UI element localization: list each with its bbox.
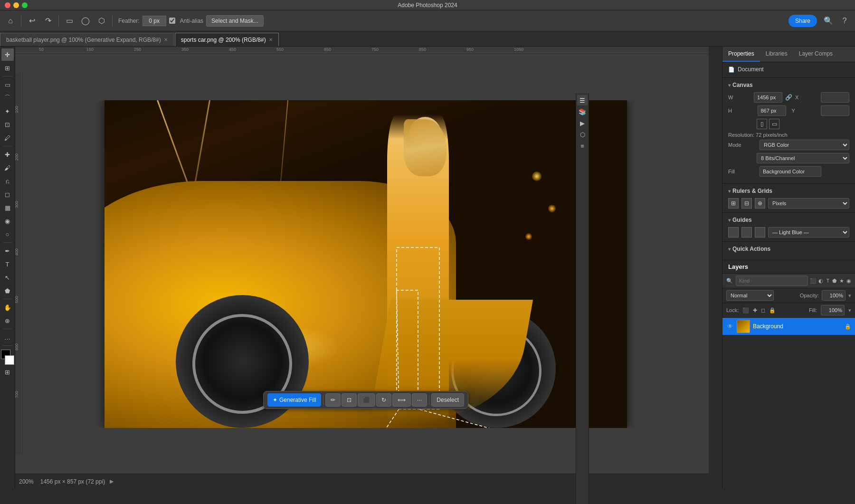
path-selection-tool[interactable]: ↖ (1, 271, 14, 284)
height-input[interactable] (758, 105, 786, 116)
transform-mode-button[interactable]: ⊡ (342, 393, 357, 407)
mode-select[interactable]: RGB Color CMYK Grayscale (760, 140, 849, 150)
canvas-container[interactable]: ✦ Generative Fill ✏ ⊡ ⬛ ↻ ⟺ ··· Deselect (23, 100, 709, 428)
guide-color-select[interactable]: — Light Blue — (768, 227, 849, 238)
pen-tool[interactable]: ✒ (1, 245, 14, 257)
libraries-icon[interactable]: 📚 (577, 106, 588, 117)
layers-search-input[interactable] (736, 276, 808, 286)
channels-icon[interactable]: ≡ (577, 141, 588, 151)
lasso-tool[interactable]: ⌒ (1, 92, 14, 104)
type-tool[interactable]: T (1, 258, 14, 270)
lock-position-icon[interactable]: ✚ (753, 307, 757, 314)
brush-tool[interactable]: 🖌 (1, 162, 14, 174)
guides-section-header[interactable]: ▾ Guides (728, 217, 849, 223)
units-select[interactable]: Pixels Inches cm (768, 198, 849, 209)
guide-icon-2[interactable] (741, 227, 752, 238)
adjustments-icon[interactable]: ⬡ (577, 129, 588, 140)
more-options-button[interactable]: ··· (412, 393, 427, 407)
ellipse-marquee-icon[interactable]: ◯ (79, 14, 92, 28)
y-input[interactable] (821, 105, 849, 116)
generative-fill-button[interactable]: ✦ Generative Fill (267, 393, 321, 407)
eyedropper-tool[interactable]: 🖊 (1, 132, 14, 144)
close-button[interactable] (5, 2, 10, 8)
background-color[interactable] (5, 355, 14, 365)
rect-marquee-icon[interactable]: ▭ (63, 14, 76, 28)
pixel-filter-icon[interactable]: ⬛ (810, 276, 817, 285)
canvas-area[interactable]: 100 200 300 400 500 600 700 (15, 54, 709, 474)
blend-mode-select[interactable]: Normal Multiply Screen Overlay (726, 290, 774, 301)
select-mask-button[interactable]: Select and Mask... (206, 15, 264, 27)
smart-filter-icon[interactable]: ★ (839, 276, 845, 285)
feather-input[interactable] (142, 16, 166, 26)
tab-basketball[interactable]: basketball player.png @ 100% (Generative… (0, 33, 174, 46)
deselect-button[interactable]: Deselect (431, 393, 464, 407)
artboard-tool[interactable]: ⊞ (1, 62, 14, 74)
properties-icon[interactable]: ☰ (577, 95, 588, 105)
blur-tool[interactable]: ◉ (1, 215, 14, 227)
ruler-grid-icon-3[interactable]: ⊕ (755, 198, 765, 209)
history-icon[interactable]: ↷ (41, 14, 55, 28)
hand-tool[interactable]: ✋ (1, 301, 14, 314)
help-icon[interactable]: ? (838, 14, 851, 28)
shape-tool[interactable]: ⬟ (1, 285, 14, 297)
maximize-button[interactable] (22, 2, 28, 8)
more-tools[interactable]: … (1, 331, 14, 343)
type-filter-icon[interactable]: T (826, 276, 831, 285)
lock-pixels-icon[interactable]: ⬛ (742, 307, 749, 314)
lock-all-icon[interactable]: 🔒 (769, 307, 776, 314)
shape-filter-icon[interactable]: ⬟ (832, 276, 837, 285)
minimize-button[interactable] (13, 2, 19, 8)
toggle-filter-icon[interactable]: ◉ (846, 276, 851, 285)
zoom-tool[interactable]: ⊕ (1, 314, 14, 327)
mask-mode-button[interactable]: ⬛ (358, 393, 375, 407)
crop-tool[interactable]: ⊡ (1, 118, 14, 131)
stamp-tool[interactable]: ⎌ (1, 175, 14, 187)
opacity-input[interactable] (822, 290, 846, 301)
navigation-arrow[interactable]: ▶ (110, 478, 114, 485)
edit-toolbar-icon[interactable]: ⊞ (1, 366, 14, 378)
tab-basketball-close[interactable]: ✕ (164, 37, 168, 42)
layer-item-background[interactable]: 👁 Background 🔒 (722, 318, 855, 335)
share-button[interactable]: Share (788, 15, 817, 27)
lasso-icon[interactable]: ⬡ (95, 14, 108, 28)
anti-alias-checkbox[interactable] (169, 18, 175, 24)
ruler-grid-icon-1[interactable]: ⊞ (728, 198, 739, 209)
adjust-filter-icon[interactable]: ◐ (818, 276, 824, 285)
fill-input[interactable] (760, 166, 821, 177)
quick-select-tool[interactable]: ✦ (1, 105, 14, 117)
fill-input[interactable] (821, 305, 845, 315)
lock-artboard-icon[interactable]: ◻ (761, 307, 765, 314)
depth-select[interactable]: 8 Bits/Channel 16 Bits/Channel 32 Bits/C… (757, 153, 849, 163)
eraser-tool[interactable]: ◻ (1, 188, 14, 200)
ruler-grid-icon-2[interactable]: ⊟ (741, 198, 752, 209)
fill-stepper[interactable]: ▾ (848, 307, 851, 314)
traffic-lights[interactable] (5, 2, 28, 8)
guide-icon-3[interactable] (755, 227, 765, 238)
move-tool[interactable]: ✛ (1, 48, 14, 61)
landscape-icon[interactable]: ▭ (769, 119, 779, 129)
undo-icon[interactable]: ↩ (25, 14, 38, 28)
search-icon[interactable]: 🔍 (822, 14, 835, 28)
rectangular-marquee-tool[interactable]: ▭ (1, 78, 14, 91)
opacity-stepper[interactable]: ▾ (848, 293, 851, 299)
canvas-image[interactable] (104, 100, 627, 428)
tab-layer-comps[interactable]: Layer Comps (793, 47, 838, 62)
home-icon[interactable]: ⌂ (4, 14, 17, 28)
canvas-section-header[interactable]: ▾ Canvas (728, 82, 849, 88)
quick-actions-header[interactable]: ▾ Quick Actions (728, 246, 849, 252)
tab-properties[interactable]: Properties (722, 47, 760, 62)
tab-sports-car[interactable]: sports car.png @ 200% (RGB/8#) ✕ (175, 33, 279, 46)
tab-libraries[interactable]: Libraries (760, 47, 793, 62)
layer-visibility-icon[interactable]: 👁 (726, 323, 734, 330)
rulers-section-header[interactable]: ▾ Rulers & Grids (728, 188, 849, 194)
width-input[interactable] (754, 92, 782, 103)
edit-mode-button[interactable]: ✏ (325, 393, 341, 407)
portrait-icon[interactable]: ▯ (757, 119, 767, 129)
flip-button[interactable]: ⟺ (392, 393, 411, 407)
x-input[interactable] (821, 92, 849, 103)
gradient-tool[interactable]: ▦ (1, 201, 14, 214)
dodge-tool[interactable]: ○ (1, 228, 14, 240)
learn-icon[interactable]: ▶ (577, 118, 588, 128)
guide-icon-1[interactable] (728, 227, 739, 238)
tab-sports-car-close[interactable]: ✕ (269, 37, 273, 42)
